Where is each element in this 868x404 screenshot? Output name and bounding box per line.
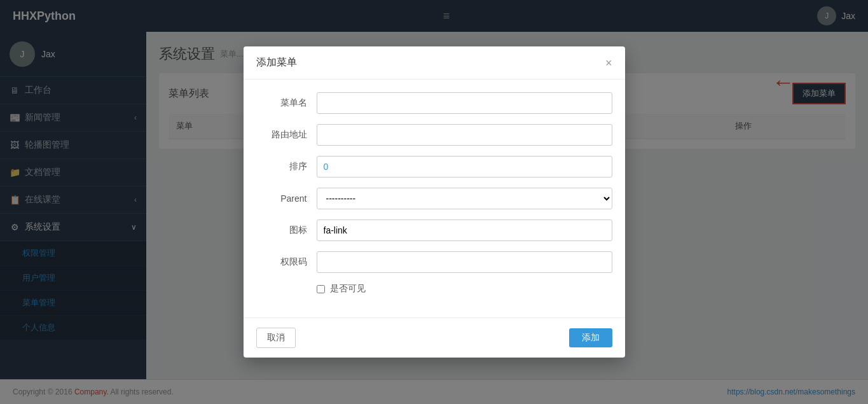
input-permission[interactable]	[317, 251, 612, 273]
field-permission: 权限码	[256, 251, 612, 273]
modal-footer: 取消 添加	[244, 317, 625, 358]
select-parent[interactable]: ----------	[317, 188, 612, 209]
label-icon: 图标	[256, 225, 307, 236]
submit-button[interactable]: 添加	[569, 328, 612, 347]
modal-header: 添加菜单 ×	[244, 46, 625, 80]
input-menu-name[interactable]	[317, 92, 612, 114]
modal-title: 添加菜单	[256, 56, 297, 69]
checkbox-visible[interactable]	[317, 285, 325, 293]
field-icon: 图标	[256, 219, 612, 241]
label-route: 路由地址	[256, 129, 307, 141]
label-menu-name: 菜单名	[256, 97, 307, 109]
label-order: 排序	[256, 161, 307, 172]
modal-close-button[interactable]: ×	[605, 57, 612, 69]
label-parent: Parent	[256, 193, 307, 204]
label-permission: 权限码	[256, 256, 307, 268]
modal-overlay: 添加菜单 × 菜单名 路由地址 排序 Parent ----------	[0, 0, 868, 404]
field-parent: Parent ----------	[256, 188, 612, 209]
input-route[interactable]	[317, 124, 612, 146]
input-icon[interactable]	[317, 219, 612, 241]
field-order: 排序	[256, 156, 612, 178]
label-visible[interactable]: 是否可见	[330, 283, 366, 295]
field-menu-name: 菜单名	[256, 92, 612, 114]
modal-body: 菜单名 路由地址 排序 Parent ---------- 图标	[244, 80, 625, 317]
cancel-button[interactable]: 取消	[256, 328, 296, 348]
field-route: 路由地址	[256, 124, 612, 146]
field-visible: 是否可见	[256, 283, 612, 295]
input-order[interactable]	[317, 156, 612, 178]
add-menu-modal: 添加菜单 × 菜单名 路由地址 排序 Parent ----------	[244, 46, 625, 358]
